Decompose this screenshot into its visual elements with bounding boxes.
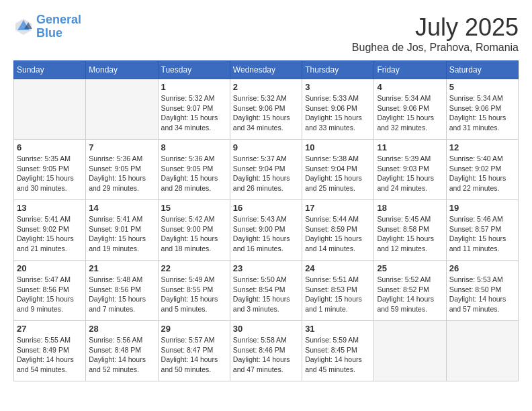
calendar-day-cell xyxy=(446,321,518,381)
day-info: Sunrise: 5:33 AMSunset: 9:06 PMDaylight:… xyxy=(305,93,371,133)
weekday-header-friday: Friday xyxy=(374,61,446,79)
page-header: General Blue July 2025 Bughea de Jos, Pr… xyxy=(13,13,519,54)
day-number: 22 xyxy=(161,263,227,273)
day-number: 29 xyxy=(161,324,227,334)
weekday-header-thursday: Thursday xyxy=(302,61,374,79)
weekday-header-wednesday: Wednesday xyxy=(230,61,302,79)
calendar-day-cell: 29Sunrise: 5:57 AMSunset: 8:47 PMDayligh… xyxy=(158,321,230,381)
day-number: 3 xyxy=(305,82,371,92)
logo-text: General Blue xyxy=(36,13,81,40)
day-number: 21 xyxy=(89,263,154,273)
calendar-day-cell: 12Sunrise: 5:40 AMSunset: 9:02 PMDayligh… xyxy=(446,140,518,200)
day-number: 23 xyxy=(233,263,299,273)
weekday-header-monday: Monday xyxy=(86,61,158,79)
weekday-header-sunday: Sunday xyxy=(14,61,86,79)
day-info: Sunrise: 5:43 AMSunset: 9:00 PMDaylight:… xyxy=(233,214,299,254)
day-info: Sunrise: 5:41 AMSunset: 9:02 PMDaylight:… xyxy=(17,214,83,254)
calendar-day-cell: 11Sunrise: 5:39 AMSunset: 9:03 PMDayligh… xyxy=(374,140,446,200)
day-number: 15 xyxy=(161,203,227,213)
calendar-week-row: 6Sunrise: 5:35 AMSunset: 9:05 PMDaylight… xyxy=(14,140,519,200)
calendar-day-cell: 10Sunrise: 5:38 AMSunset: 9:04 PMDayligh… xyxy=(302,140,374,200)
calendar-day-cell: 1Sunrise: 5:32 AMSunset: 9:07 PMDaylight… xyxy=(158,79,230,140)
calendar-day-cell xyxy=(14,79,86,140)
day-number: 19 xyxy=(449,203,515,213)
day-info: Sunrise: 5:44 AMSunset: 8:59 PMDaylight:… xyxy=(305,214,371,254)
day-info: Sunrise: 5:36 AMSunset: 9:05 PMDaylight:… xyxy=(161,154,227,193)
day-info: Sunrise: 5:56 AMSunset: 8:48 PMDaylight:… xyxy=(89,335,154,375)
calendar-day-cell: 30Sunrise: 5:58 AMSunset: 8:46 PMDayligh… xyxy=(230,321,302,381)
calendar-day-cell: 3Sunrise: 5:33 AMSunset: 9:06 PMDaylight… xyxy=(302,79,374,140)
day-number: 26 xyxy=(449,263,515,273)
day-number: 17 xyxy=(305,203,371,213)
calendar-day-cell: 4Sunrise: 5:34 AMSunset: 9:06 PMDaylight… xyxy=(374,79,446,140)
day-number: 11 xyxy=(377,142,443,152)
day-number: 27 xyxy=(17,324,83,334)
calendar-week-row: 1Sunrise: 5:32 AMSunset: 9:07 PMDaylight… xyxy=(14,79,519,140)
day-number: 16 xyxy=(233,203,299,213)
day-info: Sunrise: 5:36 AMSunset: 9:05 PMDaylight:… xyxy=(89,154,154,193)
day-info: Sunrise: 5:47 AMSunset: 8:56 PMDaylight:… xyxy=(17,275,83,314)
day-info: Sunrise: 5:32 AMSunset: 9:06 PMDaylight:… xyxy=(233,93,299,133)
day-number: 6 xyxy=(17,142,83,152)
day-number: 31 xyxy=(305,324,371,334)
logo-icon xyxy=(13,17,34,37)
day-info: Sunrise: 5:58 AMSunset: 8:46 PMDaylight:… xyxy=(233,335,299,375)
day-info: Sunrise: 5:53 AMSunset: 8:50 PMDaylight:… xyxy=(449,275,515,314)
calendar-day-cell: 31Sunrise: 5:59 AMSunset: 8:45 PMDayligh… xyxy=(302,321,374,381)
day-number: 24 xyxy=(305,263,371,273)
day-number: 2 xyxy=(233,82,299,92)
weekday-header-tuesday: Tuesday xyxy=(158,61,230,79)
calendar-day-cell: 9Sunrise: 5:37 AMSunset: 9:04 PMDaylight… xyxy=(230,140,302,200)
weekday-header-saturday: Saturday xyxy=(446,61,518,79)
calendar-day-cell: 20Sunrise: 5:47 AMSunset: 8:56 PMDayligh… xyxy=(14,261,86,321)
calendar-day-cell: 24Sunrise: 5:51 AMSunset: 8:53 PMDayligh… xyxy=(302,261,374,321)
calendar-day-cell: 16Sunrise: 5:43 AMSunset: 9:00 PMDayligh… xyxy=(230,200,302,261)
day-info: Sunrise: 5:49 AMSunset: 8:55 PMDaylight:… xyxy=(161,275,227,314)
day-number: 1 xyxy=(161,82,227,92)
calendar-day-cell: 19Sunrise: 5:46 AMSunset: 8:57 PMDayligh… xyxy=(446,200,518,261)
calendar-day-cell: 26Sunrise: 5:53 AMSunset: 8:50 PMDayligh… xyxy=(446,261,518,321)
day-info: Sunrise: 5:57 AMSunset: 8:47 PMDaylight:… xyxy=(161,335,227,375)
calendar-day-cell: 28Sunrise: 5:56 AMSunset: 8:48 PMDayligh… xyxy=(86,321,158,381)
day-number: 30 xyxy=(233,324,299,334)
calendar-day-cell: 15Sunrise: 5:42 AMSunset: 9:00 PMDayligh… xyxy=(158,200,230,261)
calendar-day-cell: 5Sunrise: 5:34 AMSunset: 9:06 PMDaylight… xyxy=(446,79,518,140)
day-number: 9 xyxy=(233,142,299,152)
calendar-week-row: 27Sunrise: 5:55 AMSunset: 8:49 PMDayligh… xyxy=(14,321,519,381)
day-info: Sunrise: 5:48 AMSunset: 8:56 PMDaylight:… xyxy=(89,275,154,314)
day-number: 18 xyxy=(377,203,443,213)
day-info: Sunrise: 5:46 AMSunset: 8:57 PMDaylight:… xyxy=(449,214,515,254)
day-info: Sunrise: 5:32 AMSunset: 9:07 PMDaylight:… xyxy=(161,93,227,133)
day-info: Sunrise: 5:55 AMSunset: 8:49 PMDaylight:… xyxy=(17,335,83,375)
day-info: Sunrise: 5:51 AMSunset: 8:53 PMDaylight:… xyxy=(305,275,371,314)
day-info: Sunrise: 5:40 AMSunset: 9:02 PMDaylight:… xyxy=(449,154,515,193)
location: Bughea de Jos, Prahova, Romania xyxy=(352,42,519,54)
calendar-day-cell: 7Sunrise: 5:36 AMSunset: 9:05 PMDaylight… xyxy=(86,140,158,200)
calendar-day-cell: 18Sunrise: 5:45 AMSunset: 8:58 PMDayligh… xyxy=(374,200,446,261)
day-info: Sunrise: 5:45 AMSunset: 8:58 PMDaylight:… xyxy=(377,214,443,254)
calendar-day-cell: 6Sunrise: 5:35 AMSunset: 9:05 PMDaylight… xyxy=(14,140,86,200)
day-number: 14 xyxy=(89,203,154,213)
day-number: 13 xyxy=(17,203,83,213)
day-number: 7 xyxy=(89,142,154,152)
day-info: Sunrise: 5:42 AMSunset: 9:00 PMDaylight:… xyxy=(161,214,227,254)
day-info: Sunrise: 5:37 AMSunset: 9:04 PMDaylight:… xyxy=(233,154,299,193)
calendar-day-cell xyxy=(374,321,446,381)
day-info: Sunrise: 5:59 AMSunset: 8:45 PMDaylight:… xyxy=(305,335,371,375)
logo: General Blue xyxy=(13,13,81,40)
calendar-header-row: SundayMondayTuesdayWednesdayThursdayFrid… xyxy=(14,61,519,79)
day-info: Sunrise: 5:38 AMSunset: 9:04 PMDaylight:… xyxy=(305,154,371,193)
day-number: 4 xyxy=(377,82,443,92)
calendar-day-cell: 23Sunrise: 5:50 AMSunset: 8:54 PMDayligh… xyxy=(230,261,302,321)
day-info: Sunrise: 5:34 AMSunset: 9:06 PMDaylight:… xyxy=(377,93,443,133)
day-number: 5 xyxy=(449,82,515,92)
day-info: Sunrise: 5:35 AMSunset: 9:05 PMDaylight:… xyxy=(17,154,83,193)
calendar-day-cell: 27Sunrise: 5:55 AMSunset: 8:49 PMDayligh… xyxy=(14,321,86,381)
day-number: 25 xyxy=(377,263,443,273)
calendar-week-row: 13Sunrise: 5:41 AMSunset: 9:02 PMDayligh… xyxy=(14,200,519,261)
calendar-week-row: 20Sunrise: 5:47 AMSunset: 8:56 PMDayligh… xyxy=(14,261,519,321)
day-info: Sunrise: 5:39 AMSunset: 9:03 PMDaylight:… xyxy=(377,154,443,193)
day-number: 20 xyxy=(17,263,83,273)
calendar-day-cell xyxy=(86,79,158,140)
day-number: 8 xyxy=(161,142,227,152)
